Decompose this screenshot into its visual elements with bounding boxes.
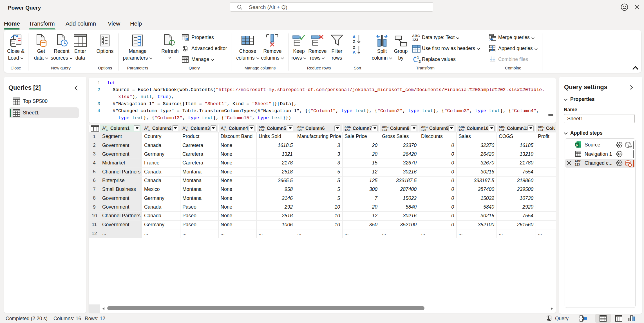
svg-text:C: C bbox=[148, 128, 150, 132]
svg-text:Z: Z bbox=[353, 39, 355, 44]
svg-text:A: A bbox=[102, 126, 105, 131]
svg-text:Z: Z bbox=[353, 45, 355, 50]
svg-text:C: C bbox=[224, 128, 227, 132]
svg-text:A: A bbox=[182, 126, 185, 131]
svg-text:A: A bbox=[221, 126, 224, 131]
svg-text:C: C bbox=[106, 128, 108, 132]
svg-text:X: X bbox=[576, 143, 578, 146]
svg-text:2: 2 bbox=[419, 59, 421, 64]
svg-text:A: A bbox=[353, 50, 356, 55]
svg-text:A: A bbox=[353, 35, 356, 39]
svg-text:A: A bbox=[144, 126, 147, 131]
svg-text:C: C bbox=[186, 128, 188, 132]
